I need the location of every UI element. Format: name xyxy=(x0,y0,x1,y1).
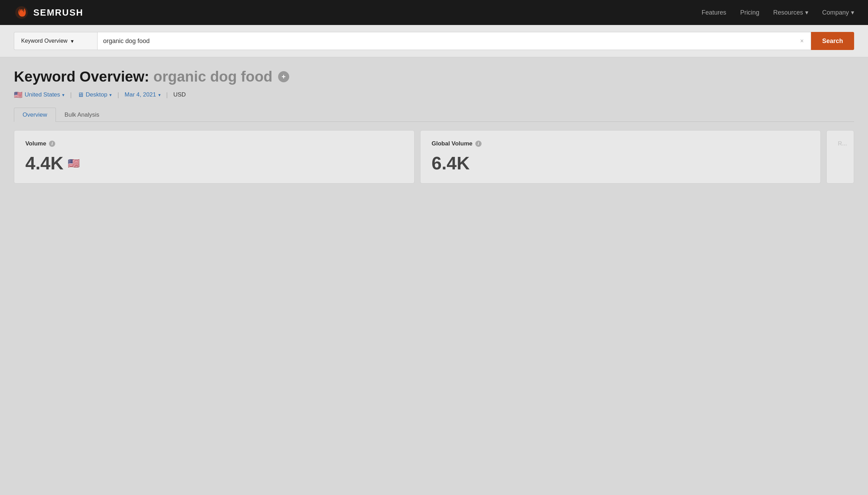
navbar: SEMRUSH Features Pricing Resources ▾ Com… xyxy=(0,0,868,25)
volume-card: Volume i 4.4K 🇺🇸 xyxy=(14,130,415,184)
nav-company[interactable]: Company ▾ xyxy=(822,9,854,16)
volume-info-icon[interactable]: i xyxy=(49,141,55,147)
page-title: Keyword Overview: organic dog food + xyxy=(14,68,854,85)
device-chevron-icon: ▾ xyxy=(109,92,112,98)
date-label: Mar 4, 2021 xyxy=(125,91,156,98)
search-button[interactable]: Search xyxy=(811,32,854,50)
device-filter[interactable]: 🖥 Desktop ▾ xyxy=(77,91,112,99)
global-volume-card: Global Volume i 6.4K xyxy=(420,130,821,184)
partial-card-label: R... xyxy=(838,140,843,147)
filter-separator-1: | xyxy=(70,91,72,99)
device-label: Desktop xyxy=(86,91,107,98)
global-volume-label: Global Volume i xyxy=(432,140,809,147)
chevron-down-icon: ▾ xyxy=(805,9,808,16)
page-title-keyword: organic dog food xyxy=(153,68,273,85)
global-volume-info-icon[interactable]: i xyxy=(475,141,482,147)
us-flag-icon: 🇺🇸 xyxy=(14,91,23,99)
tab-overview[interactable]: Overview xyxy=(14,108,56,122)
tool-selector-button[interactable]: Keyword Overview ▾ xyxy=(14,32,97,50)
filter-row: 🇺🇸 United States ▾ | 🖥 Desktop ▾ | Mar 4… xyxy=(14,91,854,99)
date-filter[interactable]: Mar 4, 2021 ▾ xyxy=(125,91,161,98)
tool-selector-label: Keyword Overview xyxy=(21,38,67,44)
desktop-icon: 🖥 xyxy=(77,91,84,99)
add-to-list-icon[interactable]: + xyxy=(278,71,289,82)
country-label: United States xyxy=(25,91,60,98)
volume-flag-icon: 🇺🇸 xyxy=(68,158,80,169)
search-bar-row: Keyword Overview ▾ × Search xyxy=(0,25,868,57)
search-input-wrap: × xyxy=(97,32,811,50)
search-input[interactable] xyxy=(103,37,799,45)
logo[interactable]: SEMRUSH xyxy=(14,5,83,20)
tabs-row: Overview Bulk Analysis xyxy=(14,107,854,122)
clear-icon[interactable]: × xyxy=(799,36,805,46)
cards-row: Volume i 4.4K 🇺🇸 Global Volume i 6.4K R.… xyxy=(14,130,854,184)
volume-label: Volume i xyxy=(25,140,403,147)
chevron-down-icon: ▾ xyxy=(851,9,854,16)
country-chevron-icon: ▾ xyxy=(62,92,65,98)
nav-pricing[interactable]: Pricing xyxy=(740,9,759,16)
tool-selector-chevron-icon: ▾ xyxy=(71,38,74,44)
filter-separator-2: | xyxy=(117,91,119,99)
date-chevron-icon: ▾ xyxy=(158,92,161,98)
volume-value: 4.4K 🇺🇸 xyxy=(25,153,403,174)
currency-label: USD xyxy=(173,91,186,98)
main-content: Keyword Overview: organic dog food + 🇺🇸 … xyxy=(0,57,868,184)
page-title-static: Keyword Overview: xyxy=(14,68,149,85)
semrush-logo-icon xyxy=(14,5,29,20)
nav-features[interactable]: Features xyxy=(702,9,726,16)
global-volume-value: 6.4K xyxy=(432,153,809,174)
nav-links: Features Pricing Resources ▾ Company ▾ xyxy=(702,9,854,16)
logo-text: SEMRUSH xyxy=(33,7,83,18)
filter-separator-3: | xyxy=(166,91,168,99)
country-filter[interactable]: 🇺🇸 United States ▾ xyxy=(14,91,65,99)
nav-resources[interactable]: Resources ▾ xyxy=(773,9,808,16)
partial-card: R... xyxy=(826,130,854,184)
tab-bulk-analysis[interactable]: Bulk Analysis xyxy=(56,108,108,122)
